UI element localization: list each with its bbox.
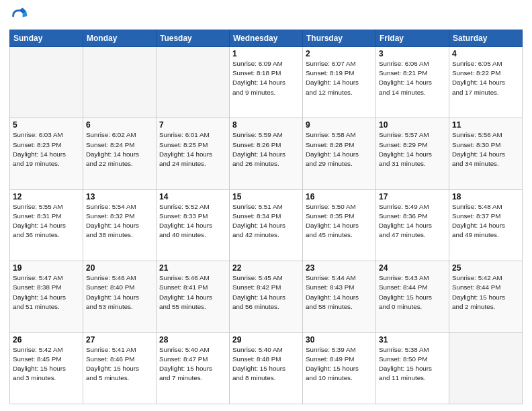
weekday-header-tuesday: Tuesday — [157, 30, 230, 47]
day-number: 20 — [86, 263, 153, 273]
day-info: Sunrise: 5:49 AM Sunset: 8:36 PM Dayligh… — [379, 202, 446, 240]
day-info: Sunrise: 5:54 AM Sunset: 8:32 PM Dayligh… — [86, 202, 153, 240]
day-info: Sunrise: 5:52 AM Sunset: 8:33 PM Dayligh… — [159, 202, 226, 240]
day-number: 26 — [13, 335, 80, 345]
day-number: 30 — [306, 335, 373, 345]
day-info: Sunrise: 5:56 AM Sunset: 8:30 PM Dayligh… — [452, 130, 519, 169]
day-info: Sunrise: 5:41 AM Sunset: 8:46 PM Dayligh… — [86, 345, 153, 383]
day-number: 16 — [306, 192, 373, 201]
calendar-cell — [157, 47, 230, 118]
calendar-cell: 27Sunrise: 5:41 AM Sunset: 8:46 PM Dayli… — [83, 332, 157, 404]
day-info: Sunrise: 5:45 AM Sunset: 8:42 PM Dayligh… — [232, 273, 300, 312]
calendar-cell: 17Sunrise: 5:49 AM Sunset: 8:36 PM Dayli… — [376, 189, 449, 261]
day-info: Sunrise: 5:44 AM Sunset: 8:43 PM Dayligh… — [306, 273, 373, 312]
day-number: 10 — [379, 120, 446, 130]
calendar-cell — [10, 47, 83, 118]
calendar-cell: 18Sunrise: 5:48 AM Sunset: 8:37 PM Dayli… — [449, 189, 523, 261]
calendar-cell: 21Sunrise: 5:46 AM Sunset: 8:41 PM Dayli… — [157, 261, 230, 332]
day-number: 15 — [232, 192, 300, 201]
calendar-cell — [449, 332, 523, 404]
day-info: Sunrise: 6:07 AM Sunset: 8:19 PM Dayligh… — [306, 59, 373, 97]
weekday-header-monday: Monday — [83, 30, 157, 47]
day-number: 12 — [13, 192, 80, 201]
day-number: 13 — [86, 192, 153, 201]
day-info: Sunrise: 5:42 AM Sunset: 8:45 PM Dayligh… — [13, 345, 80, 383]
calendar-cell: 24Sunrise: 5:43 AM Sunset: 8:44 PM Dayli… — [376, 261, 449, 332]
calendar-cell: 7Sunrise: 6:01 AM Sunset: 8:25 PM Daylig… — [157, 118, 230, 189]
week-row-1: 1Sunrise: 6:09 AM Sunset: 8:18 PM Daylig… — [10, 47, 523, 118]
calendar-cell: 5Sunrise: 6:03 AM Sunset: 8:23 PM Daylig… — [10, 118, 83, 189]
day-number: 31 — [379, 335, 446, 345]
calendar-cell: 3Sunrise: 6:06 AM Sunset: 8:21 PM Daylig… — [376, 47, 449, 118]
day-number: 8 — [232, 120, 300, 130]
day-info: Sunrise: 5:55 AM Sunset: 8:31 PM Dayligh… — [13, 202, 80, 240]
day-number: 7 — [159, 120, 226, 130]
day-info: Sunrise: 5:50 AM Sunset: 8:35 PM Dayligh… — [306, 202, 373, 240]
day-number: 22 — [232, 263, 300, 273]
page: SundayMondayTuesdayWednesdayThursdayFrid… — [0, 0, 532, 411]
calendar-cell: 1Sunrise: 6:09 AM Sunset: 8:18 PM Daylig… — [230, 47, 303, 118]
calendar-cell: 13Sunrise: 5:54 AM Sunset: 8:32 PM Dayli… — [83, 189, 157, 261]
week-row-5: 26Sunrise: 5:42 AM Sunset: 8:45 PM Dayli… — [10, 332, 523, 404]
calendar-cell: 16Sunrise: 5:50 AM Sunset: 8:35 PM Dayli… — [303, 189, 376, 261]
weekday-header-row: SundayMondayTuesdayWednesdayThursdayFrid… — [10, 30, 523, 47]
day-info: Sunrise: 6:06 AM Sunset: 8:21 PM Dayligh… — [379, 59, 446, 97]
day-info: Sunrise: 5:43 AM Sunset: 8:44 PM Dayligh… — [379, 273, 446, 312]
day-info: Sunrise: 5:46 AM Sunset: 8:40 PM Dayligh… — [86, 273, 153, 312]
calendar-cell: 4Sunrise: 6:05 AM Sunset: 8:22 PM Daylig… — [449, 47, 523, 118]
calendar-cell: 10Sunrise: 5:57 AM Sunset: 8:29 PM Dayli… — [376, 118, 449, 189]
day-info: Sunrise: 5:58 AM Sunset: 8:28 PM Dayligh… — [306, 130, 373, 169]
calendar-cell: 31Sunrise: 5:38 AM Sunset: 8:50 PM Dayli… — [376, 332, 449, 404]
day-number: 29 — [232, 335, 300, 345]
day-number: 17 — [379, 192, 446, 201]
day-info: Sunrise: 5:40 AM Sunset: 8:47 PM Dayligh… — [159, 345, 226, 383]
calendar-cell: 2Sunrise: 6:07 AM Sunset: 8:19 PM Daylig… — [303, 47, 376, 118]
calendar-cell: 12Sunrise: 5:55 AM Sunset: 8:31 PM Dayli… — [10, 189, 83, 261]
day-info: Sunrise: 5:42 AM Sunset: 8:44 PM Dayligh… — [452, 273, 519, 312]
day-number: 18 — [452, 192, 519, 201]
calendar-cell: 22Sunrise: 5:45 AM Sunset: 8:42 PM Dayli… — [230, 261, 303, 332]
day-number: 11 — [452, 120, 519, 130]
day-number: 19 — [13, 263, 80, 273]
calendar-cell: 28Sunrise: 5:40 AM Sunset: 8:47 PM Dayli… — [157, 332, 230, 404]
day-info: Sunrise: 5:40 AM Sunset: 8:48 PM Dayligh… — [232, 345, 300, 383]
day-number: 24 — [379, 263, 446, 273]
day-info: Sunrise: 5:51 AM Sunset: 8:34 PM Dayligh… — [232, 202, 300, 240]
weekday-header-thursday: Thursday — [303, 30, 376, 47]
weekday-header-wednesday: Wednesday — [230, 30, 303, 47]
day-number: 2 — [306, 49, 373, 58]
day-info: Sunrise: 5:57 AM Sunset: 8:29 PM Dayligh… — [379, 130, 446, 169]
day-info: Sunrise: 5:48 AM Sunset: 8:37 PM Dayligh… — [452, 202, 519, 240]
day-info: Sunrise: 5:59 AM Sunset: 8:26 PM Dayligh… — [232, 130, 300, 169]
weekday-header-friday: Friday — [376, 30, 449, 47]
weekday-header-sunday: Sunday — [10, 30, 83, 47]
calendar-cell: 30Sunrise: 5:39 AM Sunset: 8:49 PM Dayli… — [303, 332, 376, 404]
day-info: Sunrise: 6:05 AM Sunset: 8:22 PM Dayligh… — [452, 59, 519, 97]
calendar-cell — [83, 47, 157, 118]
day-info: Sunrise: 6:01 AM Sunset: 8:25 PM Dayligh… — [159, 130, 226, 169]
week-row-3: 12Sunrise: 5:55 AM Sunset: 8:31 PM Dayli… — [10, 189, 523, 261]
calendar-cell: 26Sunrise: 5:42 AM Sunset: 8:45 PM Dayli… — [10, 332, 83, 404]
day-number: 28 — [159, 335, 226, 345]
day-number: 3 — [379, 49, 446, 58]
calendar-cell: 11Sunrise: 5:56 AM Sunset: 8:30 PM Dayli… — [449, 118, 523, 189]
calendar-cell: 25Sunrise: 5:42 AM Sunset: 8:44 PM Dayli… — [449, 261, 523, 332]
calendar-cell: 23Sunrise: 5:44 AM Sunset: 8:43 PM Dayli… — [303, 261, 376, 332]
day-info: Sunrise: 5:47 AM Sunset: 8:38 PM Dayligh… — [13, 273, 80, 312]
calendar-cell: 19Sunrise: 5:47 AM Sunset: 8:38 PM Dayli… — [10, 261, 83, 332]
calendar-cell: 15Sunrise: 5:51 AM Sunset: 8:34 PM Dayli… — [230, 189, 303, 261]
header — [9, 7, 523, 26]
day-number: 5 — [13, 120, 80, 130]
day-number: 25 — [452, 263, 519, 273]
week-row-4: 19Sunrise: 5:47 AM Sunset: 8:38 PM Dayli… — [10, 261, 523, 332]
logo-icon — [9, 7, 28, 26]
day-number: 27 — [86, 335, 153, 345]
calendar-cell: 20Sunrise: 5:46 AM Sunset: 8:40 PM Dayli… — [83, 261, 157, 332]
day-info: Sunrise: 6:02 AM Sunset: 8:24 PM Dayligh… — [86, 130, 153, 169]
day-number: 6 — [86, 120, 153, 130]
calendar-cell: 29Sunrise: 5:40 AM Sunset: 8:48 PM Dayli… — [230, 332, 303, 404]
logo — [9, 7, 30, 26]
day-number: 1 — [232, 49, 300, 58]
calendar-table: SundayMondayTuesdayWednesdayThursdayFrid… — [9, 30, 523, 404]
week-row-2: 5Sunrise: 6:03 AM Sunset: 8:23 PM Daylig… — [10, 118, 523, 189]
